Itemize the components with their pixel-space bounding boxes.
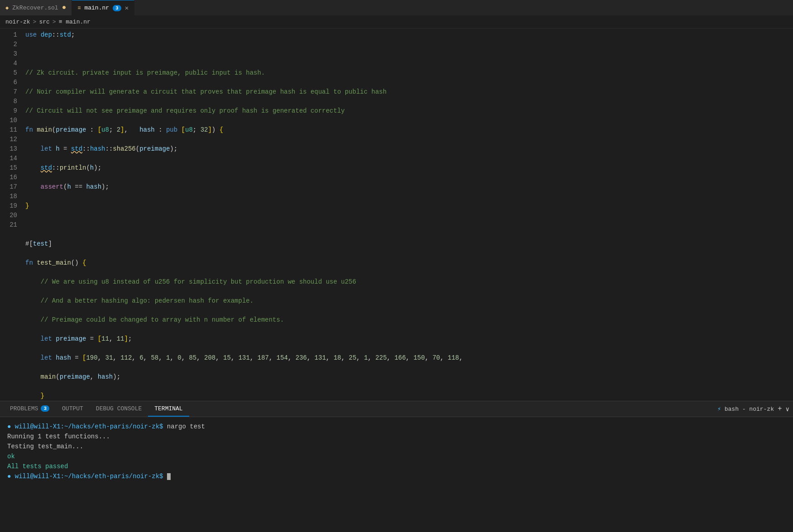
terminal-line-6: ● will@will-X1:~/hacks/eth-paris/noir-zk… — [7, 471, 786, 481]
panel-tab-terminal[interactable]: TERMINAL — [148, 401, 189, 417]
breadcrumb-noir-zk: noir-zk — [5, 19, 30, 25]
line-numbers: 1 2 3 4 5 6 7 8 9 10 11 12 13 14 15 16 1… — [0, 28, 22, 401]
tab-zkRecover[interactable]: ◆ ZkRecover.sol ● — [0, 0, 72, 15]
terminal-prompt-1: ● will@will-X1:~/hacks/eth-paris/noir-zk… — [7, 423, 163, 430]
terminal-line-2: Running 1 test functions... — [7, 432, 786, 442]
breadcrumb: noir-zk > src > ≡ main.nr — [0, 16, 793, 28]
panel-tab-output[interactable]: OUTPUT — [56, 401, 90, 417]
breadcrumb-mainnr: ≡ main.nr — [59, 19, 91, 25]
panel-tab-debug[interactable]: DEBUG CONSOLE — [90, 401, 148, 417]
tab-close-mainNr[interactable]: ✕ — [125, 4, 129, 12]
terminal-cursor-area — [163, 473, 170, 480]
terminal-output-testing: Testing test_main... — [7, 443, 83, 450]
tab-badge-mainNr: 3 — [113, 5, 121, 11]
terminal-shell-label: ⚡ bash - noir-zk — [717, 405, 774, 413]
breadcrumb-sep1: > — [33, 19, 37, 25]
breadcrumb-sep2: > — [53, 19, 56, 25]
tab-label-zkRecover: ZkRecover.sol — [12, 5, 58, 11]
tab-mainNr[interactable]: ≡ main.nr 3 ✕ — [72, 0, 134, 15]
panel-add-terminal[interactable]: + — [778, 405, 782, 413]
terminal-line-4: ok — [7, 451, 786, 461]
tab-modified-indicator: ● — [62, 4, 67, 11]
terminal-line-5: All tests passed — [7, 461, 786, 471]
editor-area: 1 2 3 4 5 6 7 8 9 10 11 12 13 14 15 16 1… — [0, 28, 793, 401]
panel-tab-terminal-label: TERMINAL — [154, 405, 182, 412]
terminal-all-tests-passed: All tests passed — [7, 463, 68, 470]
panel-tab-output-label: OUTPUT — [62, 405, 83, 412]
terminal-icon: ⚡ — [717, 406, 721, 413]
tab-bar: ◆ ZkRecover.sol ● ≡ main.nr 3 ✕ — [0, 0, 793, 16]
panel-chevron-down[interactable]: ∨ — [786, 405, 789, 413]
terminal-cmd-1: nargo test — [163, 423, 205, 430]
panel-tab-problems-label: PROBLEMS — [10, 405, 38, 412]
terminal-output-running: Running 1 test functions... — [7, 433, 110, 440]
panel-badge-problems: 3 — [41, 405, 49, 412]
terminal-line-3: Testing test_main... — [7, 442, 786, 451]
panel-tab-debug-label: DEBUG CONSOLE — [96, 405, 142, 412]
terminal-line-1: ● will@will-X1:~/hacks/eth-paris/noir-zk… — [7, 422, 786, 432]
terminal-content[interactable]: ● will@will-X1:~/hacks/eth-paris/noir-zk… — [0, 417, 793, 532]
breadcrumb-src: src — [39, 19, 49, 25]
panel-right-controls: ⚡ bash - noir-zk + ∨ — [717, 401, 789, 417]
terminal-ok-text: ok — [7, 453, 15, 460]
panel-tabs: PROBLEMS 3 OUTPUT DEBUG CONSOLE TERMINAL… — [0, 401, 793, 417]
terminal-prompt-2: ● will@will-X1:~/hacks/eth-paris/noir-zk… — [7, 473, 163, 480]
code-editor[interactable]: use dep::std; // Zk circuit. private inp… — [22, 28, 787, 401]
tab-icon-nr: ≡ — [77, 5, 81, 11]
tab-label-mainNr: main.nr — [84, 5, 109, 11]
panel-tab-problems[interactable]: PROBLEMS 3 — [4, 401, 56, 417]
panel: PROBLEMS 3 OUTPUT DEBUG CONSOLE TERMINAL… — [0, 401, 793, 532]
tab-icon-sol: ◆ — [5, 5, 9, 11]
scrollbar-track[interactable] — [787, 28, 793, 401]
